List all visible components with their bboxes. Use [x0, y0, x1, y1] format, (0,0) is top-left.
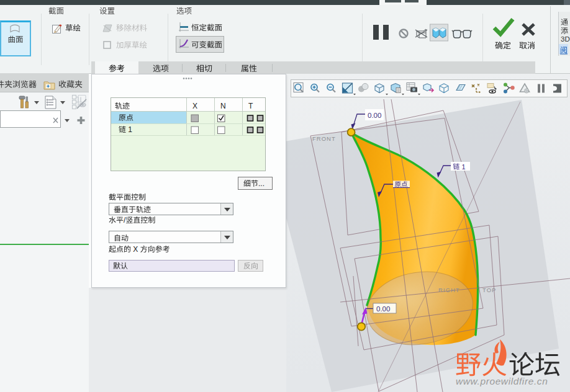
svg-text:3D: 3D [561, 35, 570, 43]
svg-text:X: X [131, 245, 140, 254]
svg-text:...: ... [258, 179, 265, 188]
svg-text:N: N [220, 102, 226, 110]
svg-text:1: 1 [126, 125, 132, 134]
svg-text:X: X [192, 102, 197, 110]
svg-text:/: / [124, 216, 126, 225]
svg-text:T: T [248, 102, 253, 110]
